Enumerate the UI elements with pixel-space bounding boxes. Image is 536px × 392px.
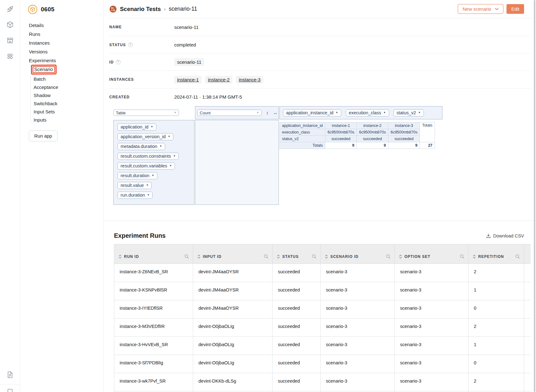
pivot-value-cell: succeeded [357, 136, 388, 142]
sidebar-item-switchback[interactable]: Switchback [34, 101, 57, 106]
edit-button[interactable]: Edit [506, 4, 524, 14]
rocket-icon[interactable] [6, 5, 14, 14]
search-icon[interactable] [515, 254, 520, 259]
pivot-attribute-application-version-id[interactable]: application_version_id▼ [117, 133, 173, 140]
sidebar-item-scenario[interactable]: Scenario [31, 65, 57, 75]
sidebar-item-details[interactable]: Details [29, 23, 44, 28]
sort-icon[interactable] [277, 254, 280, 259]
row-order-arrow-icon[interactable]: ↕ [266, 110, 268, 115]
column-header-inner: OPTION SET [399, 254, 464, 259]
instance-link-instance-3[interactable]: instance-3 [236, 76, 263, 84]
sidebar-item-acceptance[interactable]: Acceptance [34, 84, 58, 90]
sort-icon[interactable] [198, 254, 200, 259]
new-scenario-label: New scenario [463, 6, 491, 12]
pivot-output: application_instance_idinstance-1instanc… [279, 120, 442, 205]
attribute-label: result.custom.constraints [121, 154, 171, 159]
vertical-scrollbar[interactable] [534, 0, 535, 392]
option-set-cell: scenario-3 [395, 355, 468, 373]
row-attributes-dropzone[interactable] [195, 120, 279, 205]
sidebar-item-runs[interactable]: Runs [29, 31, 40, 37]
sidebar-item-shadow[interactable]: Shadow [34, 93, 51, 98]
pivot-attribute-result-custom-constraints[interactable]: result.custom.constraints▼ [117, 153, 179, 160]
column-label: REPETITION [478, 254, 504, 259]
pivot-attribute-status-v2[interactable]: status_v2▼ [393, 109, 424, 117]
search-icon[interactable] [386, 254, 391, 259]
run-app-button[interactable]: Run app [29, 130, 57, 141]
search-icon[interactable] [312, 254, 317, 259]
partial-bottom-icon[interactable] [6, 388, 14, 392]
sidebar-item-batch[interactable]: Batch [34, 76, 46, 82]
marketplace-icon[interactable] [6, 36, 14, 45]
search-icon[interactable] [264, 254, 268, 259]
column-header-repetition[interactable]: REPETITION [468, 244, 524, 264]
column-header-status[interactable]: STATUS [273, 244, 321, 264]
unused-attributes-area: application_id▼application_version_id▼me… [113, 120, 194, 205]
sort-icon[interactable] [473, 254, 476, 259]
download-icon [486, 233, 491, 238]
sidebar-item-experiments[interactable]: Experiments [29, 58, 56, 63]
column-header-option-set[interactable]: OPTION SET [395, 244, 468, 264]
pivot-attribute-result-duration[interactable]: result.duration▼ [117, 172, 157, 179]
column-header-scenario-id[interactable]: SCENARIO ID [321, 244, 395, 264]
download-csv-button[interactable]: Download CSV [486, 233, 524, 238]
option-set-cell: scenario-3 [395, 373, 468, 391]
sort-icon[interactable] [399, 254, 402, 259]
section-divider [104, 220, 536, 221]
package-icon[interactable] [6, 20, 14, 29]
created-value: 2024-07-11 · 1:38:14 PM GMT-5 [174, 94, 242, 100]
col-order-arrow-icon[interactable]: ↔ [273, 110, 278, 115]
sidebar-item-instances[interactable]: Instances [29, 40, 50, 46]
sort-icon[interactable] [325, 254, 328, 259]
scenario-id-cell: scenario-3 [321, 300, 395, 318]
pivot-value-cell: succeeded [325, 136, 356, 142]
pivot-attribute-result-custom-variables[interactable]: result.custom.variables▼ [117, 162, 175, 170]
column-header-input-id[interactable]: INPUT ID [193, 244, 273, 264]
column-header-run-id[interactable]: RUN ID [114, 244, 193, 264]
pivot-attribute-application-instance-id[interactable]: application_instance_id▼ [283, 109, 341, 117]
input-id-cell: devint-O0jbaOLIg [193, 318, 273, 337]
instance-link-instance-1[interactable]: instance-1 [174, 76, 202, 84]
run-id-cell: instance-3-wk7Pvf_SR [114, 373, 193, 391]
pivot-header-row: application_instance_idinstance-1instanc… [280, 122, 435, 129]
column-header-inner: RUN ID [119, 254, 189, 259]
help-icon[interactable]: ? [116, 60, 121, 64]
breadcrumb-parent[interactable]: Scenario Tests [120, 6, 161, 13]
apps-icon[interactable] [6, 52, 14, 61]
column-header-partial [524, 244, 531, 264]
sidebar-item-input-sets[interactable]: Input Sets [34, 109, 55, 115]
renderer-cell: Table ▼ [113, 106, 194, 119]
pivot-attribute-execution-class[interactable]: execution_class▼ [346, 109, 389, 117]
sidebar-item-inputs[interactable]: Inputs [34, 117, 46, 123]
app-window: 0605 DetailsRunsInstancesVersionsExperim… [0, 0, 536, 392]
pivot-totals-row-label: Totals [280, 142, 325, 149]
sidebar-item-versions[interactable]: Versions [29, 49, 47, 55]
repetition-cell: 1 [468, 337, 524, 355]
attribute-label: application_id [121, 124, 149, 129]
renderer-value: Table [116, 111, 126, 115]
aggregator-select[interactable]: Count ▼ [197, 110, 262, 116]
document-icon[interactable] [6, 370, 14, 379]
column-header-inner: INPUT ID [198, 254, 268, 259]
app-header[interactable]: 0605 [28, 4, 103, 14]
column-header-row: RUN IDINPUT IDSTATUSSCENARIO IDOPTION SE… [114, 244, 531, 264]
help-icon[interactable]: ? [128, 42, 133, 47]
pivot-attribute-metadata-duration[interactable]: metadata.duration▼ [117, 143, 165, 150]
input-id-cell: devint-JM4aaOYSR [193, 282, 273, 300]
input-id-cell: devint-O0jbaOLIg [193, 355, 273, 373]
pivot-row-label: application_instance_id [280, 122, 325, 129]
pivot-attribute-result-value[interactable]: result.value▼ [117, 182, 152, 189]
search-icon[interactable] [184, 254, 189, 259]
renderer-select[interactable]: Table ▼ [113, 110, 179, 116]
pivot-attribute-run-duration[interactable]: run.duration▼ [117, 192, 153, 199]
pivot-value-cell: 6c9500mb870s [325, 129, 356, 136]
pivot-row-label: status_v2 [280, 136, 325, 142]
table-row: instance-3-M3VEDflIRdevint-O0jbaOLIgsucc… [114, 318, 531, 337]
instance-link-instance-2[interactable]: instance-2 [205, 76, 232, 84]
run-id-cell: instance-3-Sf7PDBlIg [114, 355, 193, 373]
pivot-attribute-application-id[interactable]: application_id▼ [117, 123, 156, 131]
sort-icon[interactable] [119, 254, 122, 259]
pivot-totals-row: Totals99927 [280, 142, 435, 149]
pivot-value-cell: instance-2 [357, 122, 388, 129]
search-icon[interactable] [460, 254, 464, 259]
new-scenario-button[interactable]: New scenario [458, 4, 503, 14]
